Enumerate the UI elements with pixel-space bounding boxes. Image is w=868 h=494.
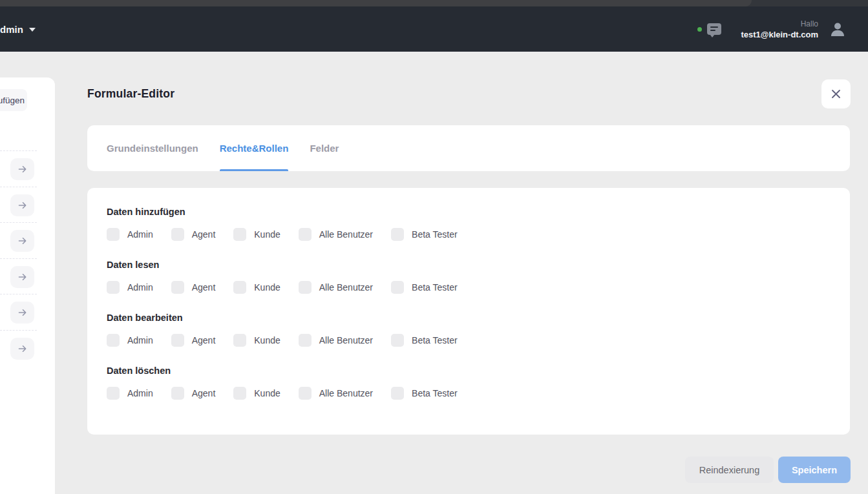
checkbox-alle-benutzer[interactable]: [299, 387, 312, 400]
role-option-agent[interactable]: Agent: [171, 334, 216, 347]
app-root: dmin Hallo test1@klein-dt.com ufügen: [0, 0, 868, 494]
checkbox-label: Kunde: [254, 282, 280, 293]
user-greeting: Hallo test1@klein-dt.com: [741, 20, 818, 39]
page-title: Formular-Editor: [87, 87, 175, 101]
checkbox-agent[interactable]: [171, 281, 184, 294]
role-option-beta-tester[interactable]: Beta Tester: [391, 387, 458, 400]
checkbox-beta-tester[interactable]: [391, 228, 404, 241]
open-item-button[interactable]: [10, 266, 34, 288]
role-option-alle-benutzer[interactable]: Alle Benutzer: [299, 281, 373, 294]
role-option-alle-benutzer[interactable]: Alle Benutzer: [299, 387, 373, 400]
role-option-agent[interactable]: Agent: [171, 387, 216, 400]
checkbox-alle-benutzer[interactable]: [299, 334, 312, 347]
arrow-right-icon: [17, 200, 28, 211]
checkbox-beta-tester[interactable]: [391, 281, 404, 294]
checkbox-row: Admin Agent Kunde Alle Benutzer Beta Tes…: [107, 227, 831, 242]
open-item-button[interactable]: [10, 302, 34, 324]
section-title: Daten lesen: [107, 258, 831, 272]
role-option-agent[interactable]: Agent: [171, 228, 216, 241]
add-button[interactable]: ufügen: [0, 89, 27, 111]
role-option-kunde[interactable]: Kunde: [233, 228, 280, 241]
checkbox-row: Admin Agent Kunde Alle Benutzer Beta Tes…: [107, 386, 831, 400]
checkbox-label: Admin: [127, 335, 153, 345]
checkbox-admin[interactable]: [107, 228, 120, 241]
dashed-divider: [0, 187, 37, 187]
checkbox-agent[interactable]: [171, 334, 184, 347]
role-option-admin[interactable]: Admin: [107, 334, 153, 347]
checkbox-label: Kunde: [254, 229, 280, 240]
top-navbar: dmin Hallo test1@klein-dt.com: [0, 6, 868, 52]
checkbox-admin[interactable]: [107, 334, 120, 347]
role-option-agent[interactable]: Agent: [171, 281, 216, 294]
checkbox-label: Alle Benutzer: [319, 335, 373, 345]
role-option-kunde[interactable]: Kunde: [233, 387, 280, 400]
admin-dropdown-label: dmin: [0, 24, 23, 35]
tab-bar: Grundeinstellungen Rechte&Rollen Felder: [87, 125, 850, 171]
arrow-right-icon: [17, 272, 28, 282]
role-option-kunde[interactable]: Kunde: [233, 334, 280, 347]
greeting-text: Hallo: [741, 20, 818, 28]
sidebar-list-item: [0, 150, 55, 180]
checkbox-beta-tester[interactable]: [391, 334, 404, 347]
checkbox-label: Alle Benutzer: [319, 229, 373, 240]
role-option-beta-tester[interactable]: Beta Tester: [391, 281, 458, 294]
sidebar-list-item: [0, 330, 55, 360]
checkbox-label: Kunde: [254, 388, 280, 398]
sidebar-list-item: [0, 222, 55, 252]
tab-grundeinstellungen[interactable]: Grundeinstellungen: [107, 125, 198, 171]
checkbox-alle-benutzer[interactable]: [299, 281, 312, 294]
navbar-right-cluster: Hallo test1@klein-dt.com: [697, 6, 847, 52]
role-option-admin[interactable]: Admin: [107, 387, 153, 400]
chat-bubble-icon[interactable]: [707, 23, 721, 35]
open-item-button[interactable]: [10, 338, 34, 360]
checkbox-label: Agent: [192, 282, 216, 293]
checkbox-admin[interactable]: [107, 387, 120, 400]
arrow-right-icon: [17, 344, 28, 354]
checkbox-beta-tester[interactable]: [391, 387, 404, 400]
tab-felder[interactable]: Felder: [310, 125, 339, 171]
checkbox-admin[interactable]: [107, 281, 120, 294]
sidebar-list-item: [0, 258, 55, 288]
dashed-divider: [0, 294, 37, 294]
user-avatar-icon[interactable]: [829, 20, 847, 38]
role-option-admin[interactable]: Admin: [107, 281, 153, 294]
checkbox-kunde[interactable]: [233, 281, 246, 294]
save-button[interactable]: Speichern: [778, 457, 851, 483]
user-email: test1@klein-dt.com: [741, 30, 818, 39]
checkbox-agent[interactable]: [171, 228, 184, 241]
checkbox-label: Alle Benutzer: [319, 388, 373, 398]
open-item-button[interactable]: [10, 230, 34, 252]
close-button[interactable]: [821, 79, 851, 108]
role-option-alle-benutzer[interactable]: Alle Benutzer: [299, 334, 373, 347]
add-button-label: ufügen: [0, 96, 25, 105]
open-item-button[interactable]: [10, 158, 34, 180]
chat-icon-line: [710, 30, 715, 31]
permission-section-hinzufuegen: Daten hinzufügen Admin Agent Kunde Alle …: [107, 205, 831, 242]
online-status-dot: [697, 27, 702, 32]
checkbox-kunde[interactable]: [233, 387, 246, 400]
role-option-alle-benutzer[interactable]: Alle Benutzer: [299, 228, 373, 241]
window-top-tab-shape: [0, 0, 752, 6]
checkbox-kunde[interactable]: [233, 334, 246, 347]
checkbox-label: Agent: [192, 229, 216, 240]
checkbox-label: Agent: [192, 388, 216, 398]
dashed-divider: [0, 222, 37, 223]
role-option-beta-tester[interactable]: Beta Tester: [391, 228, 458, 241]
role-option-kunde[interactable]: Kunde: [233, 281, 280, 294]
checkbox-alle-benutzer[interactable]: [299, 228, 312, 241]
tab-rechte-rollen[interactable]: Rechte&Rollen: [220, 125, 289, 171]
role-option-admin[interactable]: Admin: [107, 228, 153, 241]
checkbox-label: Kunde: [254, 335, 280, 345]
checkbox-kunde[interactable]: [233, 228, 246, 241]
arrow-right-icon: [17, 236, 28, 246]
dashed-divider: [0, 330, 37, 331]
left-sidebar: ufügen: [0, 77, 55, 494]
admin-dropdown[interactable]: dmin: [0, 6, 36, 52]
checkbox-agent[interactable]: [171, 387, 184, 400]
permission-section-lesen: Daten lesen Admin Agent Kunde Alle Benut…: [107, 258, 831, 294]
reindex-button[interactable]: Reindexierung: [685, 457, 774, 483]
role-option-beta-tester[interactable]: Beta Tester: [391, 334, 458, 347]
tabs: Grundeinstellungen Rechte&Rollen Felder: [87, 125, 850, 171]
open-item-button[interactable]: [10, 194, 34, 216]
checkbox-row: Admin Agent Kunde Alle Benutzer Beta Tes…: [107, 280, 831, 294]
